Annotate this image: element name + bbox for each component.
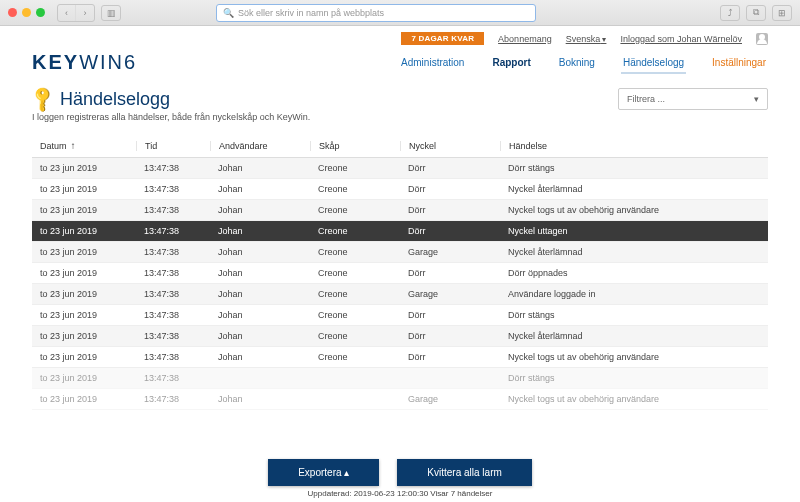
cell-nyckel: Dörr — [400, 331, 500, 341]
cell-nyckel: Garage — [400, 394, 500, 404]
sidebar-toggle-icon[interactable]: ▥ — [101, 5, 121, 21]
cell-datum: to 23 jun 2019 — [36, 163, 136, 173]
cell-skap: Creone — [310, 310, 400, 320]
cell-anv: Johan — [210, 226, 310, 236]
url-bar[interactable]: 🔍 Sök eller skriv in namn på webbplats — [216, 4, 536, 22]
table-row[interactable]: to 23 jun 201913:47:38JohanCreoneDörrDör… — [32, 158, 768, 179]
minimize-window-icon[interactable] — [22, 8, 31, 17]
logo-brand: KEY — [32, 51, 79, 73]
event-table: Datum ↑ Tid Andvändare Skåp Nyckel Hände… — [0, 128, 800, 410]
nav-rapport[interactable]: Rapport — [490, 51, 532, 74]
cell-skap: Creone — [310, 163, 400, 173]
table-row[interactable]: to 23 jun 201913:47:38Dörr stängs — [32, 368, 768, 389]
cell-anv: Johan — [210, 184, 310, 194]
table-body: to 23 jun 201913:47:38JohanCreoneDörrDör… — [32, 158, 768, 410]
col-skap[interactable]: Skåp — [310, 141, 400, 151]
cell-nyckel: Dörr — [400, 184, 500, 194]
cell-anv: Johan — [210, 205, 310, 215]
close-window-icon[interactable] — [8, 8, 17, 17]
cell-nyckel: Garage — [400, 289, 500, 299]
cell-hand: Nyckel togs ut av obehörig användare — [500, 352, 764, 362]
cell-datum: to 23 jun 2019 — [36, 268, 136, 278]
cell-tid: 13:47:38 — [136, 289, 210, 299]
copy-icon[interactable]: ⧉ — [746, 5, 766, 21]
cell-hand: Nyckel återlämnad — [500, 331, 764, 341]
cell-hand: Nyckel uttagen — [500, 226, 764, 236]
filter-dropdown[interactable]: Filtrera ... ▾ — [618, 88, 768, 110]
nav-administration[interactable]: Administration — [399, 51, 466, 74]
forward-button[interactable]: › — [76, 5, 94, 21]
table-row[interactable]: to 23 jun 201913:47:38JohanCreoneDörrDör… — [32, 305, 768, 326]
main-nav: Administration Rapport Bokning Händelsel… — [399, 51, 768, 74]
page-title-text: Händelselogg — [60, 89, 170, 110]
cell-hand: Nyckel återlämnad — [500, 247, 764, 257]
filter-label: Filtrera ... — [627, 94, 665, 104]
table-row[interactable]: to 23 jun 201913:47:38JohanCreoneDörrNyc… — [32, 179, 768, 200]
logo[interactable]: KEYWIN6 — [32, 51, 137, 74]
cell-anv: Johan — [210, 289, 310, 299]
sort-asc-icon: ↑ — [71, 140, 76, 151]
header: KEYWIN6 Administration Rapport Bokning H… — [0, 49, 800, 74]
cell-tid: 13:47:38 — [136, 268, 210, 278]
col-anvandare[interactable]: Andvändare — [210, 141, 310, 151]
cell-tid: 13:47:38 — [136, 163, 210, 173]
table-row[interactable]: to 23 jun 201913:47:38JohanGarageNyckel … — [32, 389, 768, 410]
cell-hand: Dörr stängs — [500, 310, 764, 320]
cell-tid: 13:47:38 — [136, 310, 210, 320]
cell-tid: 13:47:38 — [136, 394, 210, 404]
user-icon[interactable] — [756, 33, 768, 45]
nav-bokning[interactable]: Bokning — [557, 51, 597, 74]
logo-brand2: WIN — [79, 51, 124, 73]
page-header: 🔑 Händelselogg I loggen registreras alla… — [0, 74, 800, 128]
cell-datum: to 23 jun 2019 — [36, 289, 136, 299]
nav-installningar[interactable]: Inställningar — [710, 51, 768, 74]
cell-datum: to 23 jun 2019 — [36, 247, 136, 257]
nav-back-forward: ‹ › — [57, 4, 95, 22]
cell-skap: Creone — [310, 289, 400, 299]
status-line: Uppdaterad: 2019-06-23 12:00:30 Visar 7 … — [0, 489, 800, 498]
table-row[interactable]: to 23 jun 201913:47:38JohanCreoneDörrNyc… — [32, 221, 768, 242]
tabs-icon[interactable]: ⊞ — [772, 5, 792, 21]
col-handelse[interactable]: Händelse — [500, 141, 764, 151]
search-icon: 🔍 — [223, 8, 234, 18]
table-row[interactable]: to 23 jun 201913:47:38JohanCreoneDörrNyc… — [32, 200, 768, 221]
cell-tid: 13:47:38 — [136, 247, 210, 257]
table-row[interactable]: to 23 jun 201913:47:38JohanCreoneGarageA… — [32, 284, 768, 305]
cell-tid: 13:47:38 — [136, 184, 210, 194]
cell-datum: to 23 jun 2019 — [36, 310, 136, 320]
cell-anv: Johan — [210, 247, 310, 257]
cell-nyckel: Garage — [400, 247, 500, 257]
cell-nyckel: Dörr — [400, 226, 500, 236]
browser-chrome: ‹ › ▥ 🔍 Sök eller skriv in namn på webbp… — [0, 0, 800, 26]
logged-in-user[interactable]: Inloggad som Johan Wärnelöv — [620, 34, 742, 44]
table-header: Datum ↑ Tid Andvändare Skåp Nyckel Hände… — [32, 134, 768, 158]
nav-handelselogg[interactable]: Händelselogg — [621, 51, 686, 74]
cell-datum: to 23 jun 2019 — [36, 205, 136, 215]
col-datum[interactable]: Datum ↑ — [36, 140, 136, 151]
window-controls — [8, 8, 45, 17]
subscription-link[interactable]: Abonnemang — [498, 34, 552, 44]
cell-hand: Dörr öppnades — [500, 268, 764, 278]
table-row[interactable]: to 23 jun 201913:47:38JohanCreoneDörrNyc… — [32, 326, 768, 347]
logo-version: 6 — [124, 51, 137, 73]
cell-hand: Användare loggade in — [500, 289, 764, 299]
language-dropdown[interactable]: Svenska — [566, 34, 607, 44]
cell-skap: Creone — [310, 205, 400, 215]
cell-tid: 13:47:38 — [136, 331, 210, 341]
back-button[interactable]: ‹ — [58, 5, 76, 21]
table-row[interactable]: to 23 jun 201913:47:38JohanCreoneDörrDör… — [32, 263, 768, 284]
acknowledge-alarms-button[interactable]: Kvittera alla larm — [397, 459, 531, 486]
table-row[interactable]: to 23 jun 201913:47:38JohanCreoneGarageN… — [32, 242, 768, 263]
share-icon[interactable]: ⤴ — [720, 5, 740, 21]
col-tid[interactable]: Tid — [136, 141, 210, 151]
export-button[interactable]: Exportera ▴ — [268, 459, 379, 486]
maximize-window-icon[interactable] — [36, 8, 45, 17]
table-row[interactable]: to 23 jun 201913:47:38JohanCreoneDörrNyc… — [32, 347, 768, 368]
cell-hand: Nyckel togs ut av obehörig användare — [500, 394, 764, 404]
cell-skap: Creone — [310, 247, 400, 257]
page-subtitle: I loggen registreras alla händelser, båd… — [32, 112, 310, 122]
cell-datum: to 23 jun 2019 — [36, 352, 136, 362]
page-title: 🔑 Händelselogg — [32, 88, 310, 110]
cell-nyckel: Dörr — [400, 205, 500, 215]
col-nyckel[interactable]: Nyckel — [400, 141, 500, 151]
